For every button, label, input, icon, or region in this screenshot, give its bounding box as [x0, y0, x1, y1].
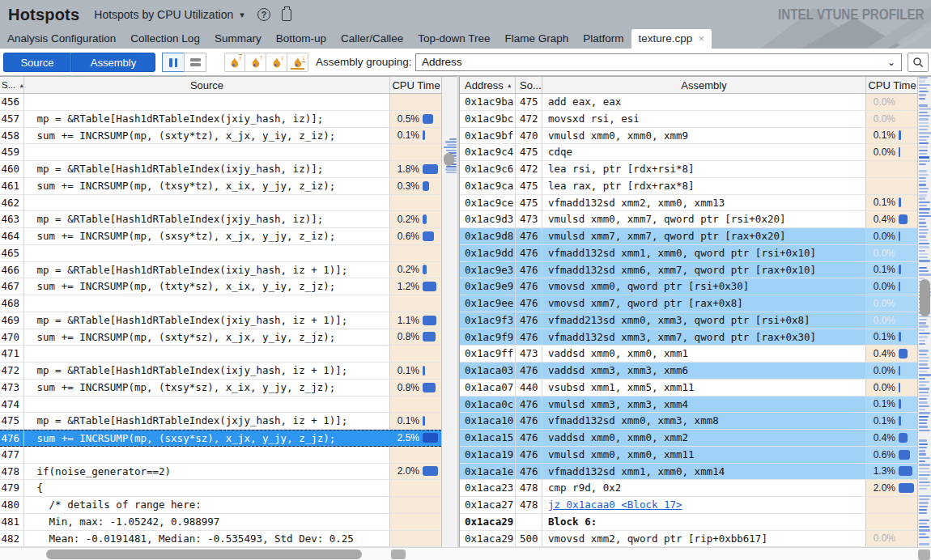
assembly-row[interactable]: 0x1ac9bc472movsxd rsi, esi0.0%	[460, 111, 917, 128]
address-column-header[interactable]: Address▲	[460, 77, 516, 93]
assembly-vscroll-thumb[interactable]	[920, 279, 930, 316]
source-hscroll-thumb[interactable]	[46, 549, 362, 559]
source-row[interactable]: 472 mp = &RTable[Hash1dRTableIndex(ixjy_…	[0, 363, 441, 380]
assembly-row[interactable]: 0x1ac9ee476vmovsd xmm7, qword ptr [rax+0…	[460, 295, 917, 312]
assembly-row[interactable]: 0x1aca23478cmp r9d, 0x22.0%	[460, 480, 917, 497]
tab-caller-callee[interactable]: Caller/Callee	[334, 29, 410, 49]
assembly-row[interactable]: 0x1ac9dd476vfmadd132sd xmm1, xmm0, qword…	[460, 245, 917, 262]
assembly-row[interactable]: 0x1aca27478jz 0x1acaa0 <Block 17>	[460, 497, 917, 514]
tab-texture-cpp[interactable]: texture.cpp×	[631, 29, 712, 49]
source-row[interactable]: 470 sum += INCRSUMP(mp, (sxty*sz), x_jx,…	[0, 329, 441, 346]
tab-top-down-tree[interactable]: Top-down Tree	[410, 29, 497, 49]
source-row[interactable]: 466 mp = &RTable[Hash1dRTableIndex(ixiy_…	[0, 262, 441, 279]
assembly-row[interactable]: 0x1ac9ff473vaddsd xmm0, xmm0, xmm10.4%	[460, 346, 917, 363]
source-row[interactable]: 481 Min, max: -1.05242, 0.988997	[0, 514, 441, 531]
source-column-header[interactable]: Source	[24, 77, 390, 93]
source-row[interactable]: 469 mp = &RTable[Hash1dRTableIndex(jxiy_…	[0, 312, 441, 329]
source-row[interactable]: 458 sum += INCRSUMP(mp, (sxty*tz), x_jx,…	[0, 128, 441, 145]
address-cell: 0x1ac9bc	[460, 111, 516, 127]
assembly-row[interactable]: 0x1ac9c6472lea rsi, ptr [rdx+rsi*8]	[460, 161, 917, 178]
tab-bottom-up[interactable]: Bottom-up	[269, 29, 334, 49]
assembly-row[interactable]: 0x1ac9ce475vfmadd132sd xmm2, xmm0, xmm13…	[460, 195, 917, 212]
source-row[interactable]: 462	[0, 195, 441, 212]
assembly-row[interactable]: 0x1aca1e476vfmadd132sd xmm1, xmm0, xmm14…	[460, 464, 917, 481]
source-row[interactable]: 463 mp = &RTable[Hash1dRTableIndex(jxjy_…	[0, 211, 441, 228]
assembly-row[interactable]: 0x1ac9e3476vfmadd132sd xmm6, xmm7, qword…	[460, 262, 917, 279]
assembly-row[interactable]: 0x1aca10476vfmadd132sd xmm0, xmm3, xmm80…	[460, 413, 917, 430]
assembly-row[interactable]: 0x1aca15476vaddsd xmm0, xmm0, xmm20.4%	[460, 430, 917, 447]
clipboard-icon[interactable]	[282, 9, 291, 21]
assembly-row[interactable]: 0x1ac9ba475add eax, eax0.0%	[460, 94, 917, 111]
tab-collection-log[interactable]: Collection Log	[123, 29, 207, 49]
viewpoint-selector[interactable]: Hotspots by CPU Utilization	[94, 8, 233, 21]
source-line-column-header[interactable]: S...▲	[0, 77, 24, 93]
pause-button[interactable]	[162, 53, 185, 72]
source-row[interactable]: 474	[0, 397, 441, 414]
assembly-row[interactable]: 0x1ac9ca475lea rax, ptr [rdx+rax*8]	[460, 178, 917, 195]
assembly-row[interactable]: 0x1ac9e9476vmovsd xmm0, qword ptr [rsi+0…	[460, 278, 917, 295]
line-number: 477	[0, 447, 24, 463]
assembly-toggle-button[interactable]: Assembly	[71, 53, 155, 72]
source-row[interactable]: 475 mp = &RTable[Hash1dRTableIndex(jxjy_…	[0, 413, 441, 430]
tab-flame-graph[interactable]: Flame Graph	[498, 29, 576, 49]
heatmap-mark	[919, 350, 929, 351]
assembly-row[interactable]: 0x1ac9c4475cdqe0.0%	[460, 144, 917, 161]
source-row[interactable]: 461 sum += INCRSUMP(mp, (txsy*tz), x_ix,…	[0, 178, 441, 195]
assembly-column-header[interactable]: Assembly	[542, 77, 866, 93]
assembly-row[interactable]: 0x1ac9f3476vfmadd213sd xmm0, xmm3, qword…	[460, 312, 917, 329]
source-vscroll-thumb[interactable]	[444, 153, 454, 166]
source-row[interactable]: 457 mp = &RTable[Hash1dRTableIndex(jxiy_…	[0, 111, 441, 128]
source-row[interactable]: 477	[0, 447, 441, 464]
source-row[interactable]: 467 sum += INCRSUMP(mp, (txty*sz), x_ix,…	[0, 278, 441, 295]
asm-cpu-time-column-header[interactable]: CPU Time	[866, 77, 918, 93]
assembly-scroll-bottom-thumb[interactable]	[918, 549, 930, 560]
source-row[interactable]: 479 {	[0, 480, 441, 497]
assembly-row[interactable]: 0x1ac9f9476vfmadd132sd xmm3, xmm7, qword…	[460, 329, 917, 346]
source-row[interactable]: 456	[0, 94, 441, 111]
cpu-column-hscroll-thumb[interactable]	[391, 549, 406, 559]
source-row[interactable]: 482 Mean: -0.0191481, Median: -0.535493,…	[0, 531, 441, 548]
source-row[interactable]: 473 sum += INCRSUMP(mp, (txsy*sz), x_ix,…	[0, 380, 441, 397]
jump-colder-down-button[interactable]: ↓	[266, 53, 287, 72]
help-icon[interactable]: ?	[257, 8, 270, 21]
source-grid-header: S...▲ Source CPU Time	[0, 77, 457, 94]
source-row[interactable]: 468	[0, 295, 441, 312]
source-toggle-button[interactable]: Source	[3, 53, 71, 72]
source-scrollbar-heatmap[interactable]	[441, 77, 457, 547]
jump-to-hottest-top-button[interactable]: ↑	[224, 53, 245, 72]
assembly-scrollbar-heatmap[interactable]	[917, 77, 931, 547]
assembly-row[interactable]: 0x1aca07440vsubsd xmm1, xmm5, xmm110.0%	[460, 380, 917, 397]
source-row[interactable]: 476 sum += INCRSUMP(mp, (sxsy*sz), x_jx,…	[0, 430, 441, 447]
cpu-time-column-header[interactable]: CPU Time	[390, 77, 442, 93]
assembly-row[interactable]: 0x1ac9d3473vmulsd xmm0, xmm7, qword ptr …	[460, 211, 917, 228]
source-row[interactable]: 459	[0, 144, 441, 161]
jump-to-hottest-bottom-button[interactable]: ↓	[287, 53, 308, 72]
asm-source-line-column-header[interactable]: So...	[516, 77, 542, 93]
assembly-row[interactable]: 0x1ac9bf470vmulsd xmm0, xmm0, xmm90.1%	[460, 128, 917, 145]
jump-hotter-up-button[interactable]: ↑	[245, 53, 266, 72]
source-row[interactable]: 465	[0, 245, 441, 262]
heatmap-mark	[919, 218, 925, 220]
assembly-row[interactable]: 0x1aca0c476vmulsd xmm3, xmm3, xmm40.1%	[460, 397, 917, 414]
source-row[interactable]: 478 if(noise_generator==2)2.0%	[0, 464, 441, 481]
assembly-row[interactable]: 0x1aca19476vmulsd xmm0, xmm0, xmm110.6%	[460, 447, 917, 464]
assembly-row[interactable]: 0x1ac9d8476vmulsd xmm7, xmm7, qword ptr …	[460, 228, 917, 245]
source-row[interactable]: 464 sum += INCRSUMP(mp, (sxsy*tz), x_jx,…	[0, 228, 441, 245]
search-button[interactable]	[908, 53, 929, 72]
source-row[interactable]: 480 /* details of range here:	[0, 497, 441, 514]
viewpoint-caret-icon[interactable]: ▾	[240, 10, 244, 20]
heatmap-mark	[919, 422, 927, 424]
tab-summary[interactable]: Summary	[207, 29, 269, 49]
cpu-time-bar	[423, 282, 436, 291]
assembly-row[interactable]: 0x1aca29Block 6:	[460, 514, 917, 531]
assembly-row[interactable]: 0x1aca29500vmovsd xmm2, qword ptr [rip+0…	[460, 531, 917, 548]
tab-platform[interactable]: Platform	[576, 29, 631, 49]
source-row[interactable]: 471	[0, 346, 441, 363]
source-row[interactable]: 460 mp = &RTable[Hash1dRTableIndex(ixjy_…	[0, 161, 441, 178]
heatmap-mark	[919, 482, 930, 483]
address-cell: 0x1aca07	[460, 380, 516, 396]
view-options-button[interactable]	[184, 53, 206, 72]
assembly-row[interactable]: 0x1aca03476vaddsd xmm3, xmm3, xmm60.0%	[460, 363, 917, 380]
assembly-grouping-select[interactable]: Address ⌄	[415, 53, 902, 71]
tab-analysis-configuration[interactable]: Analysis Configuration	[0, 29, 123, 49]
